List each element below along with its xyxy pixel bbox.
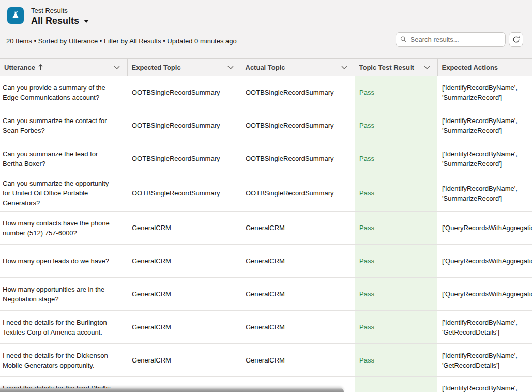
actual-topic-cell: OOTBSingleRecordSummary (241, 76, 355, 109)
actual-topic-cell: GeneralCRM (241, 245, 355, 278)
flask-icon (10, 10, 21, 21)
refresh-icon (512, 36, 520, 43)
expected-topic-cell: GeneralCRM (127, 245, 241, 278)
topic-test-result-cell: Pass (355, 212, 437, 245)
refresh-button[interactable] (509, 32, 523, 47)
table-row: How many contacts have the phone number … (0, 212, 532, 245)
column-header-expected-topic[interactable]: Expected Topic (127, 59, 241, 76)
table-row: Can you summarize the opportunity for Un… (0, 175, 532, 212)
actual-topic-cell: GeneralCRM (241, 311, 355, 344)
utterance-cell: How many opportunities are in the Negoti… (0, 278, 127, 311)
utterance-cell: I need the details for the Burlington Te… (0, 311, 127, 344)
search-input[interactable] (411, 36, 501, 43)
search-box[interactable] (396, 32, 506, 47)
expected-topic-cell: GeneralCRM (127, 344, 241, 377)
expected-topic-cell: GeneralCRM (127, 278, 241, 311)
chevron-down-icon[interactable] (227, 66, 234, 69)
utterance-cell: How many contacts have the phone number … (0, 212, 127, 245)
utterance-cell: Can you summarize the contact for Sean F… (0, 109, 127, 142)
expected-topic-cell: OOTBSingleRecordSummary (127, 76, 241, 109)
table-header: UtteranceExpected TopicActual TopicTopic… (0, 59, 532, 76)
column-header-topic-test-result[interactable]: Topic Test Result (355, 59, 437, 76)
topic-test-result-cell: Pass (355, 175, 437, 212)
topic-test-result-cell: Pass (355, 109, 437, 142)
docked-window-bar[interactable] (0, 388, 344, 392)
expected-actions-cell: ['IdentifyRecordByName', 'GetRecordDetai… (437, 344, 532, 377)
table-row: Can you provide a summary of the Edge Co… (0, 76, 532, 109)
view-label[interactable]: All Results (31, 16, 79, 26)
expected-topic-cell: OOTBSingleRecordSummary (127, 175, 241, 212)
chevron-down-icon[interactable] (114, 66, 120, 69)
actual-topic-cell: OOTBSingleRecordSummary (241, 109, 355, 142)
table-row: Can you summarize the lead for Bertha Bo… (0, 142, 532, 175)
topic-test-result-cell: Pass (355, 311, 437, 344)
actual-topic-cell: OOTBSingleRecordSummary (241, 142, 355, 175)
object-label: Test Results (31, 7, 89, 15)
table-row: How many opportunities are in the Negoti… (0, 278, 532, 311)
expected-actions-cell: ['IdentifyRecordByName', 'SummarizeRecor… (437, 142, 532, 175)
utterance-cell: How many open leads do we have? (0, 245, 127, 278)
column-label: Utterance (4, 64, 35, 71)
expected-actions-cell: ['IdentifyRecordByName', 'SummarizeRecor… (437, 175, 532, 212)
test-results-page: Test Results All Results 20 Items • Sort… (0, 0, 532, 392)
expected-actions-cell: ['QueryRecordsWithAggregatio (437, 245, 532, 278)
list-summary: 20 Items • Sorted by Utterance • Filter … (6, 37, 237, 45)
expected-topic-cell: GeneralCRM (127, 311, 241, 344)
topic-test-result-cell: Pass (355, 142, 437, 175)
utterance-cell: Can you summarize the lead for Bertha Bo… (0, 142, 127, 175)
actual-topic-cell: GeneralCRM (241, 344, 355, 377)
utterance-cell: I need the details for the Dickenson Mob… (0, 344, 127, 377)
expected-actions-cell: ['QueryRecordsWithAggregatio (437, 212, 532, 245)
topic-test-result-cell: Pass (355, 278, 437, 311)
expected-topic-cell: OOTBSingleRecordSummary (127, 109, 241, 142)
topic-test-result-cell: Pass (355, 76, 437, 109)
page-header: Test Results All Results 20 Items • Sort… (0, 0, 532, 58)
expected-actions-cell: ['IdentifyRecordByName', 'GetRecordDetai… (437, 377, 532, 392)
column-label: Topic Test Result (359, 64, 414, 71)
column-label: Expected Actions (442, 64, 498, 71)
expected-topic-cell: OOTBSingleRecordSummary (127, 142, 241, 175)
topic-test-result-cell: Pass (355, 245, 437, 278)
list-view-selector[interactable]: All Results (31, 16, 89, 26)
table-row: How many open leads do we have?GeneralCR… (0, 245, 532, 278)
titles: Test Results All Results (31, 7, 89, 26)
expected-actions-cell: ['QueryRecordsWithAggregatio (437, 278, 532, 311)
column-header-utterance[interactable]: Utterance (0, 59, 127, 76)
chevron-down-icon[interactable] (341, 66, 347, 69)
table-row: I need the details for the Dickenson Mob… (0, 344, 532, 377)
table-row: Can you summarize the contact for Sean F… (0, 109, 532, 142)
topic-test-result-cell: Pass (355, 344, 437, 377)
actual-topic-cell: GeneralCRM (241, 212, 355, 245)
chevron-down-icon[interactable] (84, 20, 89, 23)
actual-topic-cell: OOTBSingleRecordSummary (241, 175, 355, 212)
expected-actions-cell: ['IdentifyRecordByName', 'SummarizeRecor… (437, 76, 532, 109)
expected-actions-cell: ['IdentifyRecordByName', 'SummarizeRecor… (437, 109, 532, 142)
column-header-actual-topic[interactable]: Actual Topic (241, 59, 355, 76)
expected-actions-cell: ['IdentifyRecordByName', 'GetRecordDetai… (437, 311, 532, 344)
column-label: Actual Topic (246, 64, 285, 71)
actual-topic-cell: GeneralCRM (241, 278, 355, 311)
utterance-cell: Can you provide a summary of the Edge Co… (0, 76, 127, 109)
table-row: I need the details for the Burlington Te… (0, 311, 532, 344)
column-header-expected-actions[interactable]: Expected Actions (437, 59, 532, 76)
column-label: Expected Topic (132, 64, 181, 71)
topic-test-result-cell: Pass (355, 377, 437, 392)
results-table: UtteranceExpected TopicActual TopicTopic… (0, 58, 532, 392)
search-icon (400, 36, 407, 43)
expected-topic-cell: GeneralCRM (127, 212, 241, 245)
sort-ascending-icon (38, 64, 43, 70)
chevron-down-icon[interactable] (424, 66, 430, 69)
test-results-object-icon (7, 7, 24, 24)
utterance-cell: Can you summarize the opportunity for Un… (0, 175, 127, 212)
